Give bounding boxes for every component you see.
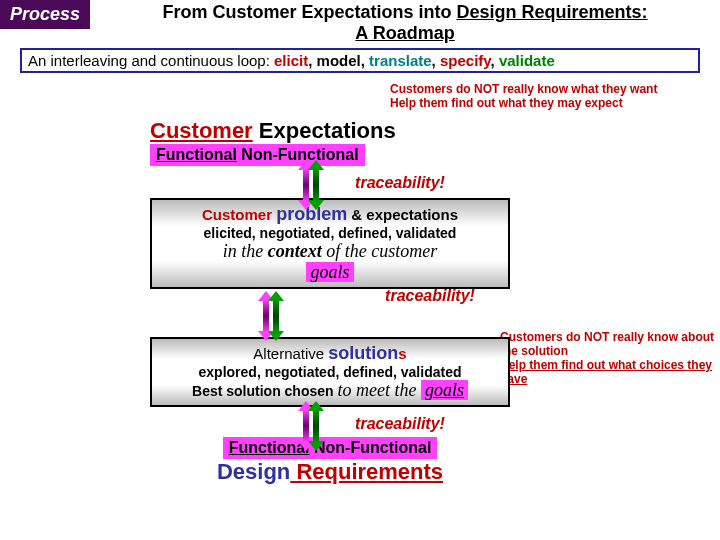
title-part-a: From Customer Expectations into: [162, 2, 456, 22]
box1-l3c: of the customer: [322, 241, 437, 261]
note-top-2: Help them find out what they may expect: [390, 96, 710, 110]
arrow-1: [300, 168, 322, 202]
traceability-3: traceability!: [290, 415, 510, 433]
note-top-1: Customers do NOT really know what they w…: [390, 82, 710, 96]
loop-bar: An interleaving and continuous loop: eli…: [20, 48, 700, 73]
box1-exp: & expectations: [347, 206, 458, 223]
loop-model: model: [317, 52, 361, 69]
box1-line4: goals: [160, 262, 500, 283]
process-badge: Process: [0, 0, 90, 29]
functional-nonfunctional-top: Functional Non-Functional: [150, 144, 365, 166]
box2-l3a: Best solution chosen: [192, 383, 337, 399]
dr-req: Requirements: [290, 459, 443, 484]
sep4: ,: [491, 52, 499, 69]
customer-expectations-title: Customer Expectations: [150, 118, 510, 144]
traceability-2: traceability!: [350, 287, 510, 305]
box2-l3b: to meet the: [337, 380, 420, 400]
nfn-bot: Non-Functional: [310, 439, 432, 456]
box2-solution: solution: [328, 343, 398, 363]
box2-goals: goals: [421, 380, 468, 400]
box1-line3: in the context of the customer: [160, 241, 500, 262]
box2-line3: Best solution chosen to meet the goals: [160, 380, 500, 401]
note-customers-solution: Customers do NOT really know about the s…: [500, 330, 720, 386]
loop-specify: specify: [440, 52, 491, 69]
traceability-1: traceability!: [290, 174, 510, 192]
loop-elicit: elicit: [274, 52, 308, 69]
title-part-c: A Roadmap: [355, 23, 454, 43]
loop-translate: translate: [369, 52, 432, 69]
sep2: ,: [361, 52, 369, 69]
box-solutions: Alternative solutions explored, negotiat…: [150, 337, 510, 407]
box1-goals: goals: [306, 262, 353, 282]
sep1: ,: [308, 52, 316, 69]
sep3: ,: [432, 52, 440, 69]
arrow-3: [300, 409, 322, 443]
box1-line1: Customer problem & expectations: [160, 204, 500, 225]
note-customers-want: Customers do NOT really know what they w…: [390, 82, 710, 110]
functional-nonfunctional-bot: Functional Non-Functional: [223, 437, 438, 459]
ce-exp: Expectations: [253, 118, 396, 143]
loop-pre: An interleaving and continuous loop:: [28, 52, 274, 69]
design-requirements-title: Design Requirements: [150, 459, 510, 485]
dr-design: Design: [217, 459, 290, 484]
loop-validate: validate: [499, 52, 555, 69]
box1-line2: elicited, negotiated, defined, validated: [160, 225, 500, 241]
arrow-2: [260, 299, 282, 333]
box2-s: s: [398, 345, 406, 362]
diagram-stack: Customer Expectations Functional Non-Fun…: [150, 118, 510, 485]
box1-cust: Customer: [202, 206, 276, 223]
ce-cust: Customer: [150, 118, 253, 143]
fn-top: Functional: [156, 146, 237, 163]
box2-line1: Alternative solutions: [160, 343, 500, 364]
note-mid-1: Customers do NOT really know about the s…: [500, 330, 720, 358]
page-title: From Customer Expectations into Design R…: [90, 0, 720, 44]
box1-l3a: in the: [223, 241, 268, 261]
title-part-b: Design Requirements:: [457, 2, 648, 22]
box2-alt: Alternative: [253, 345, 328, 362]
box-problem-expectations: Customer problem & expectations elicited…: [150, 198, 510, 289]
box1-l3b: context: [268, 241, 322, 261]
note-mid-2: Help them find out what choices they hav…: [500, 358, 720, 386]
functional-nonfunctional-bot-wrap: Functional Non-Functional: [150, 437, 510, 459]
header: Process From Customer Expectations into …: [0, 0, 720, 44]
box2-line2: explored, negotiated, defined, validated: [160, 364, 500, 380]
